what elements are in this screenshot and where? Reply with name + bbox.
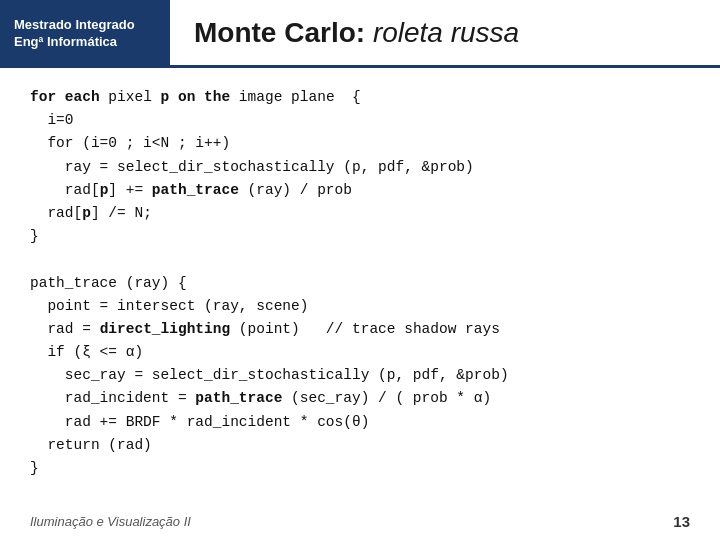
institution-line2: Engª Informática: [14, 34, 156, 49]
code-area: for each pixel p on the image plane { i=…: [0, 68, 720, 490]
page-number: 13: [673, 513, 690, 530]
institution-line1: Mestrado Integrado: [14, 17, 156, 32]
footer: Iluminação e Visualização II 13: [30, 513, 690, 530]
institution-block: Mestrado Integrado Engª Informática: [0, 0, 170, 65]
title-block: Monte Carlo: roleta russa: [170, 0, 720, 65]
main-content: Mestrado Integrado Engª Informática Mont…: [0, 0, 720, 540]
code-block: for each pixel p on the image plane { i=…: [30, 86, 690, 480]
course-label: Iluminação e Visualização II: [30, 514, 191, 529]
slide-title: Monte Carlo: roleta russa: [194, 17, 519, 49]
header: Mestrado Integrado Engª Informática Mont…: [0, 0, 720, 68]
